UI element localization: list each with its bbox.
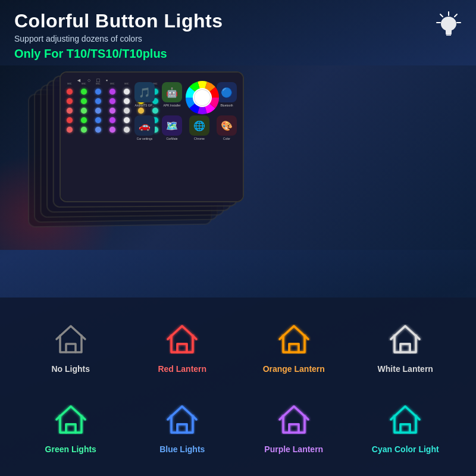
btn-power-purple (109, 89, 115, 95)
btn-nav2-white (124, 127, 130, 133)
btn-back-white (124, 108, 130, 114)
btn-back-green (81, 108, 87, 114)
btn-nav1-red (67, 117, 73, 123)
btn-back-purple (109, 108, 115, 114)
top-section: Colorful Button Lights Support adjusting… (0, 0, 476, 65)
btn-home-white (124, 98, 130, 104)
app-label-carmate: CarMate (166, 137, 177, 140)
app-icon-chrome: 🌐 Chrome (187, 115, 212, 146)
btn-col-blue: MIC (92, 82, 105, 133)
app-grid: 🎵 AndroiTS GP... 🤖 APK Installer (130, 80, 242, 149)
app-icon-img-carsettings: 🚗 (134, 115, 155, 136)
bulb-icon (436, 11, 462, 39)
bottom-section: No Lights Red Lantern (0, 298, 476, 476)
svg-point-10 (195, 90, 210, 105)
app-label-chrome: Chrome (194, 137, 205, 140)
app-icon-carsettings: 🚗 Car settings (132, 115, 157, 146)
label-no-lights: No Lights (51, 364, 90, 374)
light-item-red-lantern[interactable]: Red Lantern (130, 309, 236, 384)
app-icon-androits: 🎵 AndroiTS GP... (132, 82, 157, 113)
btn-nav1-white (124, 117, 130, 123)
mic-label-4: MIC (110, 82, 114, 85)
mic-label-5: MIC (124, 82, 129, 85)
btn-col-purple: MIC (106, 82, 119, 133)
app-label-androits: AndroiTS GP... (135, 104, 155, 107)
app-icon-color: 🎨 Color (214, 115, 239, 146)
tablet-screen: ◄ ○ □ ▪ MIC (61, 73, 243, 201)
label-red-lantern: Red Lantern (158, 364, 206, 374)
app-icon-img-chrome: 🌐 (189, 115, 209, 136)
btn-back-red (67, 108, 73, 114)
lights-grid: No Lights Red Lantern (18, 309, 458, 464)
btn-nav2-red (67, 127, 73, 133)
svg-line-4 (440, 14, 443, 17)
app-icon-img-apk: 🤖 (162, 82, 182, 102)
btn-power-white (124, 89, 130, 95)
house-icon-orange-lantern (275, 320, 313, 358)
btn-nav1-purple (109, 117, 115, 123)
btn-power-green (81, 89, 87, 95)
light-item-no-lights[interactable]: No Lights (18, 309, 124, 384)
app-icon-colorwheel (187, 82, 212, 113)
house-icon-green-lights (52, 400, 90, 439)
btn-home-blue (95, 98, 101, 104)
btn-home-red (67, 98, 73, 104)
label-cyan-color: Cyan Color Light (372, 444, 439, 454)
btn-power-red (67, 89, 73, 95)
subtitle: Support adjusting dozens of colors (14, 34, 462, 43)
color-wheel-svg (182, 77, 223, 118)
house-icon-purple-lantern (275, 400, 313, 439)
house-icon-cyan-color (386, 400, 424, 439)
btn-nav1-blue (95, 117, 101, 123)
app-icon-img-androits: 🎵 (134, 82, 155, 102)
house-icon-white-lantern (386, 320, 424, 358)
label-blue-lights: Blue Lights (159, 444, 205, 454)
app-icon-carmate: 🗺️ CarMate (159, 115, 184, 146)
label-purple-lantern: Purple Lantern (264, 444, 323, 454)
tablet-section: ◄ ○ □ ▪ MIC (0, 65, 476, 250)
app-icon-img-color: 🎨 (217, 115, 237, 136)
light-item-orange-lantern[interactable]: Orange Lantern (241, 309, 347, 384)
mic-label-1: MIC (67, 82, 71, 85)
main-title: Colorful Button Lights (14, 11, 462, 32)
btn-col-red: MIC (63, 82, 76, 133)
btn-col-green: MIC (77, 82, 90, 133)
btn-back-blue (95, 108, 101, 114)
app-label-carsettings: Car settings (137, 137, 153, 140)
compatibility-text: Only For T10/TS10/T10plus (14, 47, 462, 61)
app-icon-img-carmate: 🗺️ (162, 115, 182, 136)
light-item-white-lantern[interactable]: White Lantern (353, 309, 459, 384)
tablet-main: ◄ ○ □ ▪ MIC (60, 71, 244, 202)
app-label-apk: APK Installer (164, 104, 181, 107)
btn-nav1-green (81, 117, 87, 123)
label-white-lantern: White Lantern (378, 364, 433, 374)
btn-home-purple (109, 98, 115, 104)
app-icon-apk: 🤖 APK Installer (159, 82, 184, 113)
btn-nav2-blue (95, 127, 101, 133)
light-item-blue-lights[interactable]: Blue Lights (130, 390, 236, 464)
light-item-green-lights[interactable]: Green Lights (18, 390, 124, 464)
mic-label-2: MIC (82, 82, 86, 85)
btn-nav2-green (81, 127, 87, 133)
btn-home-green (81, 98, 87, 104)
house-icon-red-lantern (163, 320, 201, 358)
label-green-lights: Green Lights (45, 444, 96, 454)
house-icon-no-lights (52, 320, 90, 358)
btn-nav2-purple (109, 127, 115, 133)
app-label-color: Color (223, 137, 230, 140)
mic-label-3: MIC (96, 82, 100, 85)
svg-line-1 (455, 14, 457, 17)
light-item-cyan-color[interactable]: Cyan Color Light (353, 390, 459, 464)
label-orange-lantern: Orange Lantern (263, 364, 325, 374)
house-icon-blue-lights (163, 400, 201, 439)
tablets-container: ◄ ○ □ ▪ MIC (30, 71, 280, 244)
light-item-purple-lantern[interactable]: Purple Lantern (241, 390, 347, 464)
btn-power-blue (95, 89, 101, 95)
